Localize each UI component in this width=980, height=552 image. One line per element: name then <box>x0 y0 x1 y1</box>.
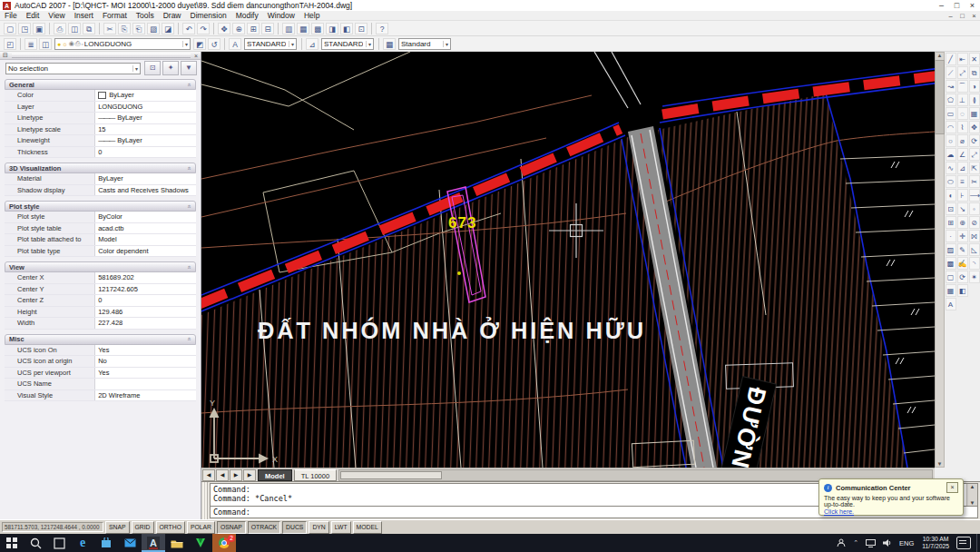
menu-modify[interactable]: Modify <box>231 11 263 20</box>
copy-object-icon[interactable]: ⧉ <box>969 66 980 79</box>
help-icon[interactable]: ? <box>376 23 388 34</box>
clock[interactable]: 10:30 AM 11/7/2025 <box>922 536 949 550</box>
doc-minimize-button[interactable]: – <box>945 12 956 20</box>
dim-style-dropdown[interactable]: STANDARD ▾ <box>321 38 374 50</box>
spline-icon[interactable]: ∿ <box>946 162 956 174</box>
point-icon[interactable]: · <box>946 230 956 242</box>
menu-tools[interactable]: Tools <box>132 11 159 20</box>
status-toggle-ducs[interactable]: DUCS <box>282 521 307 534</box>
revision-cloud-icon[interactable]: ☁ <box>946 148 956 161</box>
publish-icon[interactable]: ⧉ <box>83 23 95 34</box>
property-value[interactable]: LONGDUONG <box>94 102 196 113</box>
property-value[interactable]: 15 <box>94 124 196 135</box>
text-style-dropdown[interactable]: STANDARD ▾ <box>244 38 297 50</box>
tab-nav-back[interactable]: ◀ <box>202 469 215 481</box>
popup-link[interactable]: Click here. <box>824 508 854 515</box>
leader-icon[interactable]: ↘ <box>957 202 968 215</box>
property-value[interactable]: 581689.202 <box>94 272 196 283</box>
scale-icon[interactable]: ⤢ <box>969 148 980 161</box>
circle-icon[interactable]: ○ <box>946 134 956 147</box>
menu-view[interactable]: View <box>44 11 69 20</box>
action-center-icon[interactable] <box>956 537 971 549</box>
chamfer-icon[interactable]: ◺ <box>969 243 980 256</box>
menu-draw[interactable]: Draw <box>159 11 186 20</box>
minimize-button[interactable]: – <box>934 1 949 10</box>
zoom-realtime-icon[interactable]: ⊕ <box>232 23 245 34</box>
line-icon[interactable]: ╱ <box>946 53 956 65</box>
menu-insert[interactable]: Insert <box>70 11 98 20</box>
collapse-chevron-icon[interactable]: « <box>187 265 193 269</box>
explode-icon[interactable]: ✴ <box>969 271 980 283</box>
pan-icon[interactable]: ✥ <box>218 23 230 34</box>
file-explorer-icon[interactable] <box>165 534 189 552</box>
property-value[interactable]: No <box>94 356 196 367</box>
status-toggle-grid[interactable]: GRID <box>132 521 154 534</box>
property-value[interactable]: ———ByLayer <box>94 113 196 123</box>
autocad-taskbar-icon[interactable]: A <box>142 534 165 552</box>
table-icon[interactable]: ▦ <box>946 284 956 297</box>
center-mark-icon[interactable]: ✛ <box>957 230 968 242</box>
workspace-icon[interactable]: ◰ <box>4 38 16 50</box>
dim-continue-icon[interactable]: ⊦ <box>957 189 968 202</box>
status-toggle-dyn[interactable]: DYN <box>309 521 328 534</box>
tolerance-icon[interactable]: ⊕ <box>957 216 968 229</box>
canvas-vertical-scrollbar[interactable]: ▲ ▼ <box>935 52 945 468</box>
property-value[interactable]: Casts and Receives Shadows <box>94 185 196 196</box>
property-value[interactable]: 227.428 <box>94 318 196 329</box>
dim-arc-length-icon[interactable]: ⌒ <box>957 80 968 93</box>
make-layer-current-icon[interactable]: ◩ <box>193 38 206 50</box>
section-header-view[interactable]: View« <box>5 261 196 272</box>
extend-icon[interactable]: ⟶ <box>969 189 980 202</box>
section-header-misc[interactable]: Misc« <box>5 334 196 345</box>
section-header-plot-style[interactable]: Plot style« <box>5 201 196 212</box>
layer-dropdown[interactable]: ● ☼ ◉ ⎙ ▫ LONGDUONG ▾ <box>54 38 191 50</box>
search-icon[interactable] <box>24 534 47 552</box>
property-value[interactable]: 129.486 <box>94 307 196 318</box>
command-window-grip[interactable] <box>201 482 208 519</box>
property-value[interactable]: ByLayer <box>94 90 196 101</box>
property-value[interactable]: ByColor <box>94 212 196 222</box>
menu-window[interactable]: Window <box>263 11 299 20</box>
tab-nav-back[interactable]: ◀ <box>216 469 229 481</box>
tab-nav-forward[interactable]: ▶ <box>243 469 256 481</box>
plot-icon[interactable]: ⎙ <box>54 23 66 34</box>
trim-icon[interactable]: ✂ <box>969 175 980 188</box>
menu-dimension[interactable]: Dimension <box>186 11 231 20</box>
property-value[interactable]: Yes <box>94 368 196 379</box>
scrollbar-thumb[interactable] <box>935 60 945 134</box>
property-value[interactable]: Color dependent <box>94 246 196 257</box>
dim-diameter-icon[interactable]: ⌀ <box>957 134 968 147</box>
menu-file[interactable]: File <box>0 11 22 20</box>
break-icon[interactable]: ⊘ <box>969 216 980 229</box>
offset-icon[interactable]: ≬ <box>969 94 980 106</box>
arc-icon[interactable]: ◠ <box>946 121 956 133</box>
mtext-icon[interactable]: A <box>946 298 956 310</box>
scroll-up-icon[interactable]: ▲ <box>937 53 943 58</box>
vietkey-icon[interactable] <box>189 534 212 552</box>
dim-angular-icon[interactable]: ∠ <box>957 148 968 161</box>
markup-icon[interactable]: ◧ <box>340 23 353 34</box>
block-editor-icon[interactable]: ◪ <box>162 23 174 34</box>
collapse-chevron-icon[interactable]: « <box>187 83 193 86</box>
mail-icon[interactable] <box>118 534 142 552</box>
edge-browser-icon[interactable]: e <box>71 534 94 552</box>
select-objects-button[interactable]: ▼ <box>181 61 197 75</box>
status-toggle-model[interactable]: MODEL <box>353 521 382 534</box>
tool-palettes-icon[interactable]: ▩ <box>311 23 324 34</box>
status-toggle-otrack[interactable]: OTRACK <box>248 521 280 534</box>
dim-jogged-icon[interactable]: ⌇ <box>957 121 968 133</box>
volume-icon[interactable] <box>883 538 892 547</box>
property-value[interactable]: ———ByLayer <box>94 135 196 146</box>
section-header-3d-visualization[interactable]: 3D Visualization« <box>5 163 196 173</box>
menu-edit[interactable]: Edit <box>22 11 44 20</box>
scroll-down-icon[interactable]: ▼ <box>970 500 975 506</box>
ellipse-arc-icon[interactable]: ◖ <box>946 189 956 202</box>
make-block-icon[interactable]: ⊞ <box>946 216 956 229</box>
dim-style-icon[interactable]: ◧ <box>957 284 968 297</box>
collapse-chevron-icon[interactable]: « <box>187 204 193 208</box>
status-toggle-osnap[interactable]: OSNAP <box>217 521 246 534</box>
section-header-general[interactable]: General« <box>5 79 196 90</box>
quick-dim-icon[interactable]: ⊿ <box>957 162 968 174</box>
ellipse-icon[interactable]: ⬭ <box>946 175 956 188</box>
palette-collapse-icon[interactable]: ⊟ <box>3 52 8 59</box>
